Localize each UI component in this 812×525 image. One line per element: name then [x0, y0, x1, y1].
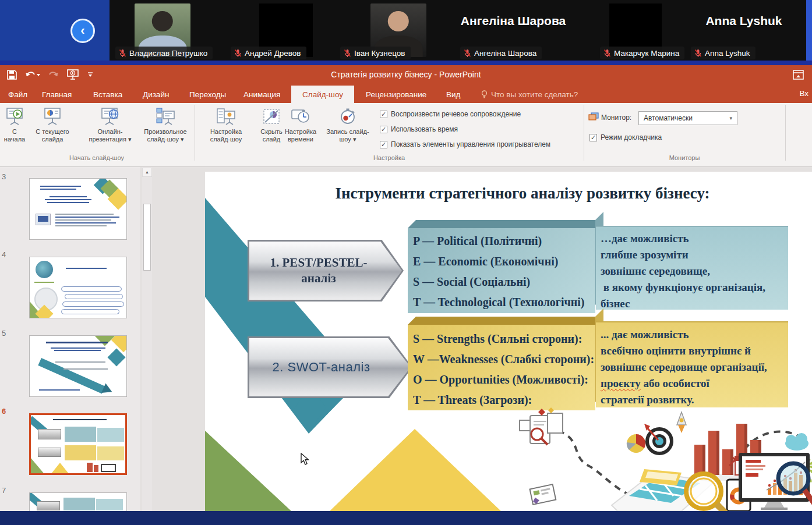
- participant-name: Владислав Петрушко: [129, 49, 207, 58]
- tab-insert[interactable]: Вставка: [85, 86, 130, 103]
- checkbox-presenter-view[interactable]: ✓ Режим докладчика: [589, 133, 662, 141]
- checkbox-use-timings[interactable]: ✓ Использовать время: [380, 125, 458, 133]
- participant-tile[interactable]: Андрей Древов: [225, 0, 340, 61]
- powerpoint-titlebar: Стратегія розвитку бізнесу - PowerPoint: [0, 65, 812, 86]
- scrollbar-thumb[interactable]: [143, 204, 151, 271]
- participant-name-badge: Anna Lyshuk: [691, 47, 755, 59]
- checkbox-show-media-controls[interactable]: ✓ Показать элементы управления проигрыва…: [380, 140, 550, 148]
- tell-me-box[interactable]: Что вы хотите сделать?: [473, 86, 586, 103]
- checkbox-icon: ✓: [589, 134, 597, 141]
- checkbox-icon: ✓: [380, 126, 387, 133]
- swot-arrow-shape[interactable]: 2. SWOT-аналіз: [248, 336, 412, 398]
- chevron-down-icon: ▾: [729, 115, 732, 121]
- pest-box-top-face: [408, 220, 603, 228]
- pest-note-panel[interactable]: …дає можливість глибше зрозуміти зовнішн…: [596, 226, 788, 310]
- participant-display-name: Ангеліна Шарова: [456, 14, 571, 28]
- tab-slideshow-selected[interactable]: Слайд-шоу: [291, 86, 354, 103]
- record-slideshow-icon: [338, 107, 358, 126]
- tab-design[interactable]: Дизайн: [135, 86, 177, 103]
- participant-name: Андрей Древов: [245, 49, 301, 58]
- thumb-number-selected: 6: [2, 407, 6, 416]
- participant-name-badge: Іван Кузнецов: [340, 47, 411, 59]
- setup-slideshow-button[interactable]: Настройка слайд-шоу: [198, 107, 254, 143]
- slide-thumbnail-5[interactable]: [29, 335, 127, 397]
- tab-animations[interactable]: Анимация: [235, 86, 288, 103]
- present-online-icon: [100, 107, 120, 126]
- participant-name: Іван Кузнецов: [354, 49, 405, 58]
- pest-arrow-label: 1. PEST/PESTEL- аналіз: [270, 255, 382, 286]
- checkbox-play-narrations[interactable]: ✓ Воспроизвести речевое сопровождение: [380, 110, 521, 118]
- record-slideshow-button[interactable]: Запись слайд- шоу ▾: [322, 107, 374, 143]
- slide-thumbnail-6-selected[interactable]: [29, 413, 127, 475]
- setup-slideshow-icon: [216, 107, 236, 126]
- group-label-setup: Настройка: [195, 154, 584, 161]
- swot-arrow-label: 2. SWOT-аналіз: [273, 360, 388, 375]
- collapse-strip-button[interactable]: ‹: [70, 19, 95, 43]
- from-current-slide-button[interactable]: С текущего слайда: [28, 107, 77, 143]
- tab-file[interactable]: Файл: [0, 86, 36, 103]
- window-title: Стратегія розвитку бізнесу - PowerPoint: [0, 70, 812, 79]
- strip-divider: [0, 61, 812, 65]
- monitor-dropdown[interactable]: Автоматически ▾: [638, 111, 737, 125]
- meeting-video-strip: ‹ Владислав Петрушко: [0, 0, 812, 61]
- scrollbar-up-arrow[interactable]: ▲: [142, 168, 152, 177]
- mic-muted-icon: [694, 49, 702, 58]
- slideshow-from-current-icon: [43, 107, 62, 126]
- bottom-navy-bar: [0, 511, 812, 525]
- tab-home[interactable]: Главная: [34, 86, 80, 103]
- thumb-number: 7: [2, 486, 6, 495]
- present-online-button[interactable]: Онлайн- презентация ▾: [82, 107, 139, 143]
- participant-name-badge: Макарчук Марина: [600, 47, 684, 59]
- checkbox-icon: ✓: [380, 141, 387, 148]
- from-beginning-button[interactable]: С начала: [1, 107, 28, 143]
- checkbox-icon: ✓: [380, 111, 387, 118]
- mic-muted-icon: [234, 49, 242, 58]
- participant-name: Макарчук Марина: [614, 49, 679, 58]
- tab-transitions[interactable]: Переходы: [181, 86, 234, 103]
- custom-slideshow-icon: [156, 107, 175, 126]
- rehearse-timings-button[interactable]: Настройка времени: [278, 107, 323, 143]
- misspelled-word: проєкту: [601, 377, 641, 389]
- mouse-cursor: [301, 453, 309, 466]
- lightbulb-icon: [481, 90, 488, 99]
- rehearse-timings-icon: [291, 107, 310, 126]
- thumb-number: 4: [2, 250, 6, 259]
- participant-tile[interactable]: Anna Lyshuk Anna Lyshuk: [686, 0, 802, 61]
- ribbon-tab-bar: Файл Главная Вставка Дизайн Переходы Ани…: [0, 86, 812, 103]
- pest-arrow-shape[interactable]: 1. PEST/PESTEL- аналіз: [248, 240, 404, 301]
- participant-tile[interactable]: Макарчук Марина: [571, 0, 686, 61]
- custom-slideshow-button[interactable]: Произвольное слайд-шоу ▾: [139, 107, 192, 143]
- ribbon-display-options-icon[interactable]: [793, 70, 804, 80]
- thumb-number: 3: [2, 172, 6, 181]
- participant-tile[interactable]: Владислав Петрушко: [110, 0, 225, 61]
- chevron-left-icon: ‹: [80, 23, 84, 38]
- mic-muted-icon: [344, 49, 351, 58]
- slide-thumbnail-panel: 3 4: [0, 167, 140, 511]
- ribbon-separator: [785, 105, 786, 161]
- participant-name-badge: Владислав Петрушко: [115, 47, 213, 59]
- ribbon-separator: [195, 105, 195, 161]
- slide-title: Інструменти стратегічного аналізу розвит…: [205, 185, 812, 203]
- participant-tile[interactable]: Іван Кузнецов: [340, 0, 456, 61]
- participant-tile[interactable]: Ангеліна Шарова Ангеліна Шарова: [456, 0, 571, 61]
- thumb-number: 5: [2, 329, 6, 338]
- tab-review[interactable]: Рецензирование: [358, 86, 435, 103]
- participant-name: Anna Lyshuk: [705, 49, 750, 58]
- mic-muted-icon: [119, 49, 126, 58]
- group-label-monitors: Мониторы: [584, 154, 785, 161]
- swot-note-panel[interactable]: ... дає можливість всебічно оцінити внут…: [596, 321, 788, 407]
- pest-box[interactable]: P — Political (Політичні) E — Economic (…: [408, 228, 595, 313]
- slide-thumbnail-3[interactable]: [29, 178, 127, 240]
- monitor-label: Монитор:: [601, 113, 631, 122]
- swot-box[interactable]: S — Strengths (Сильні сторони): W —Weakn…: [408, 325, 595, 410]
- participant-name-badge: Ангеліна Шарова: [460, 47, 542, 59]
- slide-thumbnail-7[interactable]: [29, 492, 127, 511]
- slide-canvas[interactable]: Інструменти стратегічного аналізу розвит…: [205, 172, 812, 511]
- sign-in-label[interactable]: Вх: [799, 89, 809, 98]
- slideshow-from-beginning-icon: [5, 107, 24, 126]
- slide-thumbnail-4[interactable]: [29, 257, 127, 318]
- editor-workspace: 3 4: [0, 167, 812, 511]
- monitor-icon: [588, 112, 599, 122]
- mic-muted-icon: [603, 49, 611, 58]
- tab-view[interactable]: Вид: [438, 86, 468, 103]
